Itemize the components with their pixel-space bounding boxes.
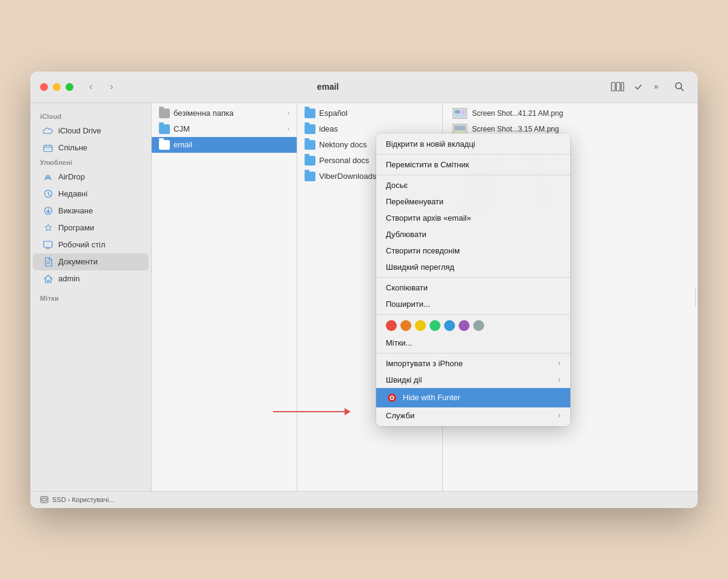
chevron-right-icon: › <box>558 411 561 420</box>
sidebar-section-tags: Мітки <box>30 292 151 304</box>
column-pane-1: безіменна папка › CJM › email <box>152 103 297 491</box>
ctx-hide-funter-content: Hide with Funter <box>386 392 460 404</box>
shared-icon <box>42 142 53 153</box>
color-dot-blue[interactable] <box>444 320 455 331</box>
color-dot-green[interactable] <box>430 320 440 331</box>
sidebar-item-documents[interactable]: Документи <box>33 253 149 270</box>
sidebar-item-recent[interactable]: Недавні <box>33 186 149 202</box>
sidebar-label: Недавні <box>58 189 87 198</box>
ctx-quick-look[interactable]: Швидкий перегляд <box>376 259 570 275</box>
home-icon <box>42 273 53 284</box>
color-dot-yellow[interactable] <box>415 320 426 331</box>
color-dot-orange[interactable] <box>400 320 411 331</box>
ctx-divider <box>376 314 570 315</box>
ctx-quick-actions[interactable]: Швидкі дії › <box>376 372 570 388</box>
ctx-alias[interactable]: Створити псевдонім <box>376 243 570 259</box>
color-dot-red[interactable] <box>386 320 397 331</box>
file-thumbnail <box>453 124 467 135</box>
file-label: ideas <box>319 124 338 133</box>
sidebar-label: Робочий стіл <box>58 240 106 249</box>
arrow-indicator <box>273 411 346 412</box>
sidebar: iCloud iCloud Drive <box>30 103 152 491</box>
sidebar-label: Документи <box>58 257 98 266</box>
folder-icon <box>305 124 315 134</box>
ctx-rename[interactable]: Перейменувати <box>376 193 570 210</box>
svg-rect-1 <box>616 82 620 91</box>
file-label: CJM <box>174 124 190 133</box>
sidebar-item-programs[interactable]: Програми <box>33 219 149 236</box>
svg-rect-14 <box>455 110 460 113</box>
file-item-unnamed[interactable]: безіменна папка › <box>152 105 297 121</box>
ctx-duplicate[interactable]: Дублювати <box>376 226 570 243</box>
arrow-shaft <box>273 411 346 412</box>
sidebar-label: Спільне <box>58 143 87 152</box>
ctx-tags-more[interactable]: Мітки... <box>376 335 570 351</box>
file-label: ViberDownloads <box>319 172 376 181</box>
file-label: безіменна папка <box>174 109 234 118</box>
file-item-cjm[interactable]: CJM › <box>152 121 297 137</box>
sidebar-item-icloud-drive[interactable]: iCloud Drive <box>33 122 149 139</box>
recent-icon <box>42 189 53 199</box>
file-label: Nektony docs <box>319 140 367 149</box>
sidebar-label: Викачане <box>58 206 93 215</box>
svg-line-5 <box>681 89 684 91</box>
ctx-create-archive[interactable]: Створити архів «email» <box>376 210 570 226</box>
finder-window: ‹ › email » <box>30 72 698 508</box>
svg-rect-2 <box>621 82 624 91</box>
sidebar-section-favorites: Улюблені <box>30 156 151 169</box>
airdrop-icon <box>42 172 53 182</box>
file-name: Screen Shot...3.15 AM.png <box>472 125 559 133</box>
ctx-hide-funter[interactable]: Hide with Funter <box>376 388 570 407</box>
color-dots-row <box>376 316 570 335</box>
sidebar-item-admin[interactable]: admin <box>33 270 149 287</box>
view-toggle-button[interactable] <box>609 78 626 95</box>
scroll-divider <box>693 103 698 491</box>
sidebar-item-shared[interactable]: Спільне <box>33 139 149 156</box>
folder-icon <box>305 109 315 118</box>
svg-rect-0 <box>612 82 615 91</box>
view-options-button[interactable] <box>630 78 647 95</box>
context-menu: Відкрити в новій вкладці Перемістити в С… <box>376 133 570 426</box>
file-item-email[interactable]: email <box>152 137 297 153</box>
sidebar-item-airdrop[interactable]: AirDrop <box>33 169 149 186</box>
main-content: безіменна папка › CJM › email <box>152 103 698 491</box>
ctx-import-iphone[interactable]: Імпортувати з iPhone › <box>376 355 570 372</box>
ctx-share[interactable]: Поширити... <box>376 296 570 312</box>
color-dot-gray[interactable] <box>473 320 484 331</box>
desktop-icon <box>42 239 53 250</box>
ctx-open-new-tab[interactable]: Відкрити в новій вкладці <box>376 136 570 152</box>
hdd-icon <box>40 496 49 503</box>
file-label: Español <box>319 109 348 118</box>
color-dot-purple[interactable] <box>459 320 470 331</box>
svg-rect-10 <box>44 241 52 247</box>
downloads-icon <box>42 206 53 216</box>
folder-icon <box>159 124 170 134</box>
close-button[interactable] <box>40 83 48 91</box>
extend-button[interactable]: » <box>650 78 667 95</box>
ctx-services[interactable]: Служби › <box>376 407 570 424</box>
sidebar-label: Програми <box>58 223 94 232</box>
folder-icon <box>305 140 315 150</box>
svg-point-15 <box>461 110 465 114</box>
window-title: email <box>52 82 604 92</box>
sidebar-item-desktop[interactable]: Робочий стіл <box>33 236 149 253</box>
sidebar-item-downloads[interactable]: Викачане <box>33 202 149 219</box>
ctx-move-trash[interactable]: Перемістити в Смітник <box>376 156 570 173</box>
chevron-right-icon: › <box>558 375 561 384</box>
file-label: Personal docs <box>319 156 369 165</box>
folder-icon <box>305 172 315 181</box>
file-item-espanol[interactable]: Español <box>297 105 442 121</box>
folder-icon <box>305 156 315 166</box>
folder-icon <box>159 140 170 150</box>
documents-icon <box>42 256 53 267</box>
file-row-ss1[interactable]: Screen Shot...41.21 AM.png <box>443 105 698 121</box>
sidebar-label: iCloud Drive <box>58 126 101 135</box>
ctx-copy[interactable]: Скопіювати <box>376 279 570 296</box>
programs-icon <box>42 223 53 233</box>
search-button[interactable] <box>671 78 688 95</box>
ctx-divider <box>376 154 570 155</box>
sidebar-label: admin <box>58 274 79 283</box>
ctx-dossier[interactable]: Досьє <box>376 177 570 193</box>
sidebar-section-icloud: iCloud <box>30 110 151 122</box>
finder-body: iCloud iCloud Drive <box>30 103 698 491</box>
